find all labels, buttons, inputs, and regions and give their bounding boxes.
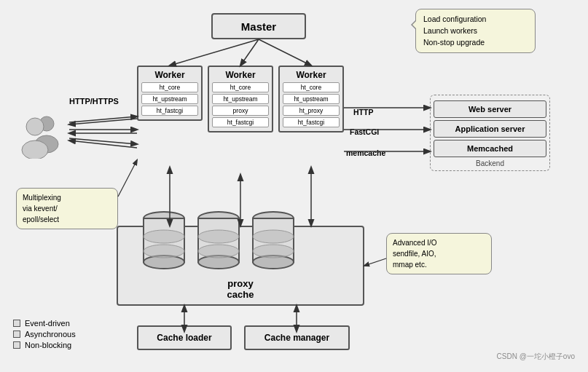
svg-line-37	[364, 258, 386, 266]
diagram-container: HTTP/HTTPS Master Load configuration Lau…	[0, 0, 588, 372]
svg-point-2	[26, 118, 44, 135]
worker-1-mod1: ht_core	[141, 82, 198, 92]
worker-3-title: Worker	[296, 70, 326, 80]
master-label: Master	[241, 20, 276, 33]
multiplex-bubble: Multiplexingvia kevent/epoll/select	[16, 188, 118, 229]
worker-3-mod4: ht_fastcgi	[283, 117, 340, 127]
arrows-svg	[0, 0, 588, 372]
svg-line-30	[69, 141, 137, 148]
cache-loader-label: Cache loader	[157, 333, 211, 343]
worker-1-mod2: ht_upstream	[141, 94, 198, 104]
legend-label-nonblock: Non-blocking	[25, 341, 71, 349]
svg-line-19	[170, 39, 259, 66]
master-speech-bubble: Load configuration Launch workers Non-st…	[415, 9, 536, 53]
master-box: Master	[211, 13, 306, 39]
worker-2-mod1: ht_core	[212, 82, 269, 92]
bubble-line-3: Non-stop upgrade	[423, 38, 485, 47]
svg-line-28	[69, 119, 137, 124]
svg-line-36	[118, 160, 137, 197]
worker-1-title: Worker	[154, 70, 184, 80]
svg-line-25	[69, 116, 137, 122]
svg-point-7	[144, 230, 184, 243]
webserver-box: Web server	[434, 100, 546, 118]
worker-1: Worker ht_core ht_upstream ht_fastcgi	[137, 66, 203, 121]
legend-square-nonblock	[13, 341, 20, 349]
worker-1-mod3: ht_fastcgi	[141, 106, 198, 116]
svg-point-8	[144, 245, 184, 258]
proxy-cache-label: proxycache	[227, 278, 254, 300]
legend-item-event: Event-driven	[13, 319, 76, 328]
advancedio-bubble: Advanced I/Osendfile, AIO,mmap etc.	[386, 233, 492, 274]
worker-3: Worker ht_core ht_upstream ht_proxy ht_f…	[278, 66, 344, 132]
legend-item-async: Asynchronous	[13, 330, 76, 339]
db-cylinder-3	[251, 211, 295, 274]
worker-2-mod4: ht_fastcgi	[212, 117, 269, 127]
backend-label: Backend	[434, 159, 546, 167]
memcached-box: Memcached	[434, 140, 546, 157]
svg-line-21	[259, 39, 311, 66]
svg-point-17	[253, 230, 294, 243]
http-https-label: HTTP/HTTPS	[69, 97, 119, 106]
legend-item-nonblock: Non-blocking	[13, 341, 76, 349]
users-icon	[16, 108, 67, 159]
memcache-proto-label: memcache	[346, 149, 385, 157]
backend-group: Web server Application server Memcached …	[430, 95, 550, 171]
worker-3-mod3: ht_proxy	[283, 106, 340, 116]
db-cylinder-2	[197, 211, 240, 274]
multiplex-text: Multiplexingvia kevent/epoll/select	[23, 194, 61, 223]
advancedio-text: Advanced I/Osendfile, AIO,mmap etc.	[393, 239, 437, 269]
cache-manager-label: Cache manager	[264, 333, 329, 343]
http-proto-label: HTTP	[353, 108, 373, 116]
cache-loader-box: Cache loader	[137, 325, 232, 350]
watermark: CSDN @一坨小橙子ovo	[497, 352, 575, 362]
bubble-line-1: Load configuration	[423, 15, 486, 23]
svg-point-13	[198, 245, 239, 258]
bubble-line-2: Launch workers	[423, 26, 477, 35]
svg-line-20	[240, 39, 259, 66]
svg-point-3	[22, 141, 48, 159]
legend-label-event: Event-driven	[25, 319, 70, 328]
worker-2-title: Worker	[225, 70, 255, 80]
worker-2-mod2: ht_upstream	[212, 94, 269, 104]
appserver-box: Application server	[434, 120, 546, 138]
legend-square-event	[13, 320, 20, 327]
svg-line-27	[69, 138, 137, 144]
db-cylinder-1	[142, 211, 186, 274]
cache-manager-box: Cache manager	[244, 325, 350, 350]
legend-label-async: Asynchronous	[25, 330, 76, 339]
legend: Event-driven Asynchronous Non-blocking	[13, 317, 76, 352]
fastcgi-proto-label: FastCGI	[350, 127, 379, 136]
worker-3-mod1: ht_core	[283, 82, 340, 92]
worker-2-mod3: proxy	[212, 106, 269, 116]
legend-square-async	[13, 331, 20, 338]
worker-3-mod2: ht_upstream	[283, 94, 340, 104]
svg-point-12	[198, 230, 239, 243]
svg-point-18	[253, 245, 294, 258]
worker-2: Worker ht_core ht_upstream proxy ht_fast…	[208, 66, 273, 132]
